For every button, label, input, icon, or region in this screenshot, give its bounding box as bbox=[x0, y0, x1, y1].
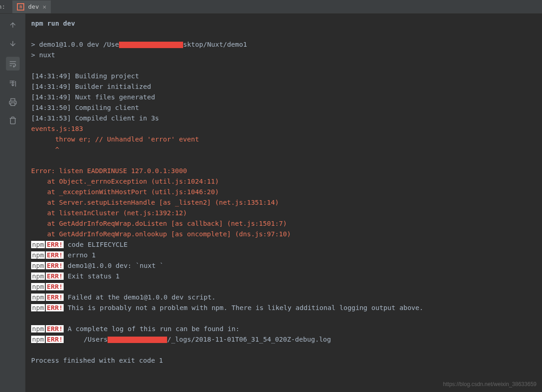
err-tag: ERR! bbox=[46, 304, 64, 311]
npm-msg: errno 1 bbox=[64, 251, 96, 259]
process-finished: Process finished with exit code 1 bbox=[31, 357, 163, 364]
stack-line: at listenInCluster (net.js:1392:12) bbox=[31, 209, 187, 217]
npm-msg: code ELIFECYCLE bbox=[64, 241, 128, 248]
err-tag: ERR! bbox=[46, 241, 64, 248]
stack-line: at Object._errnoException (util.js:1024:… bbox=[31, 178, 219, 185]
watermark: https://blog.csdn.net/weixin_38633659 bbox=[443, 381, 537, 387]
events-throw: throw er; // Unhandled 'error' event bbox=[31, 136, 199, 143]
stack-line: at Server.setupListenHandle [as _listen2… bbox=[31, 199, 279, 206]
events-caret: ^ bbox=[31, 146, 59, 153]
npm-tag: npm bbox=[31, 283, 45, 290]
redacted-path bbox=[119, 42, 183, 48]
arrow-up-icon[interactable] bbox=[8, 20, 18, 30]
close-icon[interactable]: × bbox=[43, 3, 46, 11]
npm-log-intro: A complete log of this run can be found … bbox=[64, 325, 239, 332]
run-label: un: bbox=[0, 3, 8, 10]
err-tag: ERR! bbox=[46, 251, 64, 259]
npm-log-prefix: /Users bbox=[64, 336, 108, 343]
soft-wrap-icon[interactable] bbox=[6, 57, 20, 71]
build-line: [14:31:53] Compiled client in 3s bbox=[31, 114, 159, 122]
err-tag: ERR! bbox=[46, 283, 64, 290]
arrow-down-icon[interactable] bbox=[8, 38, 18, 49]
npm-log-suffix: /_logs/2018-11-01T06_31_54_020Z-debug.lo… bbox=[167, 336, 331, 343]
terminal-output[interactable]: npm run dev > demo1@1.0.0 dev /Use sktop… bbox=[26, 14, 542, 392]
npm-tag: npm bbox=[31, 251, 45, 259]
build-line: [14:31:49] Builder initialized bbox=[31, 83, 151, 90]
build-line: [14:31:49] Building project bbox=[31, 72, 139, 80]
spawn-line-prefix: > demo1@1.0.0 dev /Use bbox=[31, 41, 119, 48]
err-tag: ERR! bbox=[46, 262, 64, 269]
err-tag: ERR! bbox=[46, 272, 64, 280]
err-tag: ERR! bbox=[46, 325, 64, 332]
print-icon[interactable] bbox=[8, 97, 18, 107]
err-tag: ERR! bbox=[46, 336, 64, 343]
npm-msg: Failed at the demo1@1.0.0 dev script. bbox=[64, 294, 216, 301]
build-line: [14:31:49] Nuxt files generated bbox=[31, 93, 155, 101]
npm-tag: npm bbox=[31, 304, 45, 311]
main-area: npm run dev > demo1@1.0.0 dev /Use sktop… bbox=[0, 14, 542, 392]
cmd-line: npm run dev bbox=[31, 20, 75, 27]
npm-tag: npm bbox=[31, 262, 45, 269]
stack-line: at _exceptionWithHostPort (util.js:1046:… bbox=[31, 188, 219, 196]
stack-line: at GetAddrInfoReqWrap.doListen [as callb… bbox=[31, 220, 287, 227]
stack-line: at GetAddrInfoReqWrap.onlookup [as oncom… bbox=[31, 230, 291, 238]
spawn-line-suffix: sktop/Nuxt/demo1 bbox=[183, 41, 247, 48]
tab-dev[interactable]: n dev × bbox=[12, 0, 51, 13]
scroll-to-end-icon[interactable] bbox=[8, 79, 18, 89]
err-tag: ERR! bbox=[46, 294, 64, 301]
npm-tag: npm bbox=[31, 294, 45, 301]
npm-msg: Exit status 1 bbox=[64, 272, 119, 280]
build-line: [14:31:50] Compiling client bbox=[31, 104, 139, 111]
npm-msg: This is probably not a problem with npm.… bbox=[64, 304, 423, 311]
redacted-user bbox=[108, 337, 167, 343]
trash-icon[interactable] bbox=[8, 115, 18, 125]
npm-tag: npm bbox=[31, 336, 45, 343]
npm-tag: npm bbox=[31, 272, 45, 280]
npm-icon: n bbox=[17, 3, 24, 11]
toolbar-gutter bbox=[0, 14, 26, 392]
spawn-nuxt: > nuxt bbox=[31, 51, 55, 59]
error-title: Error: listen EADDRINUSE 127.0.0.1:3000 bbox=[31, 167, 187, 174]
npm-tag: npm bbox=[31, 241, 45, 248]
npm-tag: npm bbox=[31, 325, 45, 332]
top-bar: un: n dev × bbox=[0, 0, 542, 14]
tab-label: dev bbox=[28, 3, 38, 10]
npm-msg: demo1@1.0.0 dev: `nuxt ` bbox=[64, 262, 163, 269]
events-header: events.js:183 bbox=[31, 125, 83, 132]
